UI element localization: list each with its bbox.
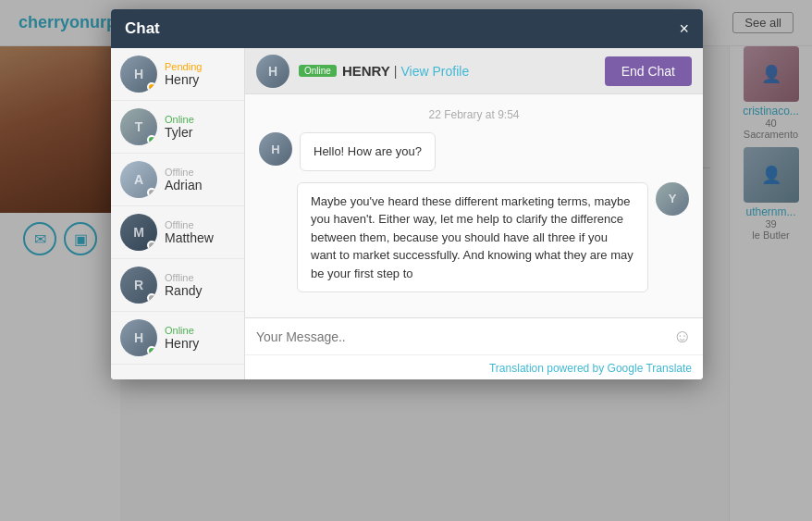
chat-user-avatar: T: [120, 108, 157, 145]
header-separator: |: [394, 64, 398, 79]
message-avatar: Y: [656, 182, 689, 216]
chat-user-name: Tyler: [165, 125, 235, 140]
message-input[interactable]: [256, 329, 673, 344]
chat-user-name: Randy: [165, 283, 235, 298]
chat-close-button[interactable]: ×: [679, 20, 689, 37]
chat-user-status: Offline: [165, 272, 235, 283]
chat-modal: Chat × H Pending Henry T Online Tyler A: [111, 9, 703, 379]
translation-link[interactable]: Translation powered by Google Translate: [489, 362, 692, 375]
chat-user-info: Online Tyler: [165, 114, 235, 140]
message-bubble: Hello! How are you?: [300, 132, 436, 171]
status-dot: [147, 82, 156, 92]
chat-user-item-henry[interactable]: H Pending Henry: [111, 48, 244, 101]
chat-user-status: Offline: [165, 167, 235, 178]
chat-user-status: Offline: [165, 219, 235, 230]
status-dot: [147, 188, 156, 197]
chat-user-name: Adrian: [165, 178, 235, 192]
chat-user-name: Matthew: [165, 230, 235, 245]
message-row-1: H Hello! How are you?: [259, 132, 689, 171]
chat-user-item-tyler[interactable]: T Online Tyler: [111, 101, 244, 154]
chat-user-status: Online: [165, 325, 235, 336]
chat-user-name: Henry: [165, 72, 235, 87]
chat-main-header: H Online HENRY | View Profile End Chat: [245, 48, 703, 94]
chat-body: H Pending Henry T Online Tyler A Offline…: [111, 48, 703, 379]
chat-user-status: Pending: [165, 61, 235, 72]
chat-user-status: Online: [165, 114, 235, 125]
chat-user-avatar: R: [120, 267, 157, 304]
chat-user-avatar: H: [120, 56, 157, 93]
chat-user-item-henry[interactable]: H Online Henry: [111, 312, 244, 365]
chat-messages: 22 Febrary at 9:54 H Hello! How are you?…: [245, 94, 703, 317]
chat-date-divider: 22 Febrary at 9:54: [259, 108, 689, 121]
chat-user-info: Offline Matthew: [165, 219, 235, 245]
chat-main: H Online HENRY | View Profile End Chat 2…: [245, 48, 703, 379]
status-dot: [147, 346, 156, 355]
chat-user-item-adrian[interactable]: A Offline Adrian: [111, 154, 244, 206]
chat-modal-title: Chat: [125, 19, 160, 38]
chat-user-avatar: M: [120, 214, 157, 251]
chat-sidebar: H Pending Henry T Online Tyler A Offline…: [111, 48, 245, 379]
status-dot: [147, 135, 156, 144]
chat-input-area: ☺: [245, 317, 703, 354]
message-bubble: Maybe you've heard these different marke…: [297, 182, 648, 293]
chat-header-status-badge: Online: [299, 65, 337, 77]
chat-user-name: Henry: [165, 336, 235, 351]
emoji-button[interactable]: ☺: [673, 326, 692, 347]
chat-user-item-matthew[interactable]: M Offline Matthew: [111, 206, 244, 259]
chat-user-item-randy[interactable]: R Offline Randy: [111, 259, 244, 312]
status-dot: [147, 293, 156, 303]
chat-user-info: Offline Adrian: [165, 167, 235, 192]
chat-header-name: HENRY: [342, 63, 390, 79]
message-row-2: Y Maybe you've heard these different mar…: [259, 182, 689, 293]
message-avatar: H: [259, 132, 292, 166]
chat-user-info: Pending Henry: [165, 61, 235, 87]
chat-user-avatar: A: [120, 161, 157, 198]
end-chat-button[interactable]: End Chat: [605, 56, 692, 86]
chat-user-avatar: H: [120, 319, 157, 356]
translation-notice: Translation powered by Google Translate: [245, 354, 703, 379]
chat-user-info: Offline Randy: [165, 272, 235, 298]
view-profile-link[interactable]: View Profile: [401, 64, 470, 79]
status-dot: [147, 241, 156, 250]
chat-header-avatar: H: [256, 55, 289, 88]
chat-modal-header: Chat ×: [111, 9, 703, 48]
chat-user-info: Online Henry: [165, 325, 235, 351]
chat-overlay: Chat × H Pending Henry T Online Tyler A: [0, 0, 812, 521]
